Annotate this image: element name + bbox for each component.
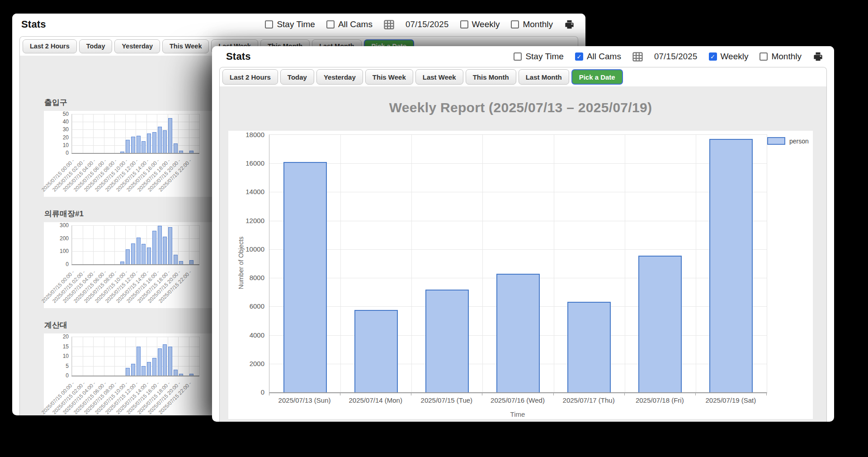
x-tick-label: 2025/07/15 (Tue) [411, 396, 482, 404]
date-field[interactable]: 07/15/2025 [654, 52, 698, 62]
bar [142, 141, 146, 153]
weekly-toggle[interactable]: Weekly [460, 19, 500, 29]
all-cams-checkbox[interactable] [326, 20, 335, 29]
gridline-horizontal [72, 347, 199, 347]
stay-time-label: Stay Time [525, 52, 563, 62]
bar [168, 118, 172, 153]
front-toolbar: Stay Time ✓ All Cams 07/15/2025 ✓ Weekly… [514, 52, 823, 62]
bar [189, 260, 193, 264]
grid-icon[interactable] [384, 20, 394, 29]
stay-time-label: Stay Time [277, 19, 315, 29]
bar [174, 370, 178, 376]
tab-this-week[interactable]: This Week [365, 69, 413, 85]
monthly-toggle[interactable]: Monthly [511, 19, 553, 29]
tab-last-month[interactable]: Last Month [519, 69, 569, 85]
grid-icon[interactable] [632, 52, 643, 62]
tab-today[interactable]: Today [280, 69, 314, 85]
y-tick-label: 18000 [228, 131, 264, 138]
axis-tick [340, 393, 340, 395]
bar [152, 132, 156, 153]
gridline-vertical [104, 225, 104, 264]
tab-pick-a-date[interactable]: Pick a Date [571, 69, 623, 85]
y-tick-label: 14000 [228, 188, 264, 195]
x-tick-label: 2025/07/16 (Wed) [482, 396, 553, 404]
mini-chart-title: 의류매장#1 [44, 209, 221, 219]
axis-tick [482, 393, 482, 395]
weekly-report-chart: Number of Objects Time person 0200040006… [228, 131, 813, 419]
main-plot-area [269, 134, 767, 393]
y-tick-label: 8000 [228, 274, 264, 281]
tab-last-2-hours[interactable]: Last 2 Hours [23, 39, 77, 53]
stay-time-checkbox[interactable] [514, 52, 522, 61]
weekly-toggle[interactable]: ✓ Weekly [709, 52, 749, 62]
y-tick-label: 0 [44, 150, 69, 156]
stay-time-toggle[interactable]: Stay Time [514, 52, 563, 62]
printer-icon[interactable] [813, 52, 823, 62]
gridline-vertical [114, 225, 115, 264]
bar [189, 374, 193, 376]
stay-time-toggle[interactable]: Stay Time [265, 19, 315, 29]
x-tick-label: 2025/07/14 (Mon) [340, 396, 411, 404]
weekly-checkbox[interactable]: ✓ [709, 52, 717, 61]
bar [131, 243, 135, 264]
mini-chart-1: 의류매장#101002003002025/07/15 00:00 -2025/0… [44, 209, 221, 308]
axis-tick [411, 393, 411, 395]
bar [158, 348, 162, 376]
y-tick-label: 20 [44, 134, 69, 141]
monthly-toggle[interactable]: Monthly [760, 52, 802, 62]
stay-time-checkbox[interactable] [265, 20, 273, 29]
monthly-checkbox[interactable] [760, 52, 768, 61]
bar [137, 136, 141, 153]
stats-window-front: Stats Stay Time ✓ All Cams 07/15/2025 ✓ … [212, 46, 834, 422]
bar [158, 127, 162, 153]
tab-yesterday[interactable]: Yesterday [316, 69, 363, 85]
monthly-checkbox[interactable] [511, 20, 519, 29]
y-tick-label: 50 [44, 111, 69, 117]
gridline-horizontal [72, 366, 199, 367]
bar [168, 347, 172, 376]
y-axis-title: Number of Objects [237, 237, 245, 290]
bar [120, 152, 124, 153]
chart-legend: person [767, 137, 809, 145]
gridline-vertical [199, 114, 200, 153]
tab-yesterday[interactable]: Yesterday [114, 39, 160, 53]
y-tick-label: 200 [44, 235, 69, 242]
bar [638, 256, 682, 392]
gridline-horizontal [269, 192, 767, 192]
x-tick-label: 2025/07/17 (Thu) [553, 396, 624, 404]
bar [147, 248, 151, 264]
front-window-header: Stats Stay Time ✓ All Cams 07/15/2025 ✓ … [212, 46, 834, 67]
report-title: Weekly Report (2025/07/13 – 2025/07/19) [228, 100, 813, 115]
bar [131, 137, 135, 153]
bar [152, 358, 156, 376]
mini-chart-: 계산대051015202025/07/15 00:00 -2025/07/15 … [44, 320, 221, 415]
x-tick-label: 2025/07/13 (Sun) [269, 396, 340, 404]
bar [163, 130, 167, 153]
tab-last-week[interactable]: Last Week [415, 69, 463, 85]
weekly-checkbox[interactable] [460, 20, 468, 29]
all-cams-toggle[interactable]: All Cams [326, 19, 373, 29]
front-tab-bar: Last 2 HoursTodayYesterdayThis WeekLast … [220, 67, 826, 86]
y-tick-label: 0 [44, 372, 69, 379]
mini-chart-: 출입구010203040502025/07/15 00:00 -2025/07/… [44, 97, 221, 197]
tab-today[interactable]: Today [79, 39, 113, 53]
tab-this-month[interactable]: This Month [466, 69, 516, 85]
tab-last-2-hours[interactable]: Last 2 Hours [222, 69, 278, 85]
gridline-vertical [114, 114, 115, 153]
gridline-horizontal [72, 145, 199, 146]
bar [126, 140, 130, 153]
date-field[interactable]: 07/15/2025 [406, 19, 449, 29]
bar [163, 237, 167, 264]
printer-icon[interactable] [564, 19, 575, 29]
bar [131, 364, 135, 376]
bar [126, 368, 130, 376]
y-tick-label: 0 [228, 388, 264, 396]
all-cams-checkbox[interactable]: ✓ [575, 52, 583, 61]
tab-this-week[interactable]: This Week [162, 39, 209, 53]
bar [137, 238, 141, 264]
mini-chart-grid [71, 225, 199, 265]
y-tick-label: 15 [44, 343, 69, 350]
bar [174, 255, 178, 264]
bar [152, 231, 156, 264]
all-cams-toggle[interactable]: ✓ All Cams [575, 52, 621, 62]
